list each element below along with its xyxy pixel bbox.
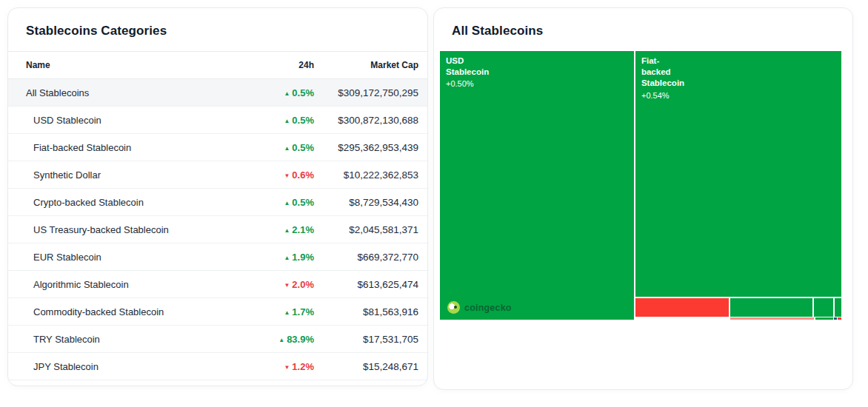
change-24h: ▼2.0% (233, 271, 314, 298)
stablecoins-categories-panel: Stablecoins Categories Name 24h Market C… (7, 7, 428, 386)
market-cap: $295,362,953,439 (314, 134, 427, 161)
table-row[interactable]: Fiat-backed Stablecoin▲0.5%$295,362,953,… (8, 134, 427, 161)
category-name[interactable]: Commodity-backed Stablecoin (8, 298, 233, 326)
treemap-cell-usd-stablecoin[interactable]: USDStablecoin+0.50% (440, 51, 634, 320)
column-header-24h[interactable]: 24h (233, 52, 314, 79)
treemap: coingecko USDStablecoin+0.50%Fiat-backed… (440, 51, 841, 320)
up-arrow-icon: ▲ (278, 337, 284, 343)
up-arrow-icon: ▲ (284, 118, 290, 124)
treemap-cell-algorithmic-stablecoin[interactable] (730, 317, 814, 320)
change-24h: ▲2.1% (233, 216, 314, 243)
category-name[interactable]: Crypto-backed Stablecoin (8, 189, 233, 216)
market-cap: $15,248,671 (314, 353, 427, 380)
category-name[interactable]: Algorithmic Stablecoin (8, 271, 233, 298)
treemap-title: All Stablecoins (434, 8, 852, 51)
coingecko-logo-icon (447, 301, 460, 314)
down-arrow-icon: ▼ (284, 364, 290, 371)
market-cap: $81,563,916 (314, 298, 427, 326)
down-arrow-icon: ▼ (284, 172, 290, 179)
treemap-cell-us-treasury-backed-stablecoin[interactable] (814, 298, 833, 317)
change-24h: ▲0.5% (233, 189, 314, 216)
up-arrow-icon: ▲ (284, 145, 290, 152)
column-header-market-cap[interactable]: Market Cap (314, 52, 427, 79)
up-arrow-icon: ▲ (284, 200, 290, 206)
table-row[interactable]: All Stablecoins▲0.5%$309,172,750,295 (8, 79, 427, 107)
change-24h: ▲0.5% (233, 134, 314, 161)
market-cap: $10,222,362,853 (314, 161, 427, 189)
market-cap: $669,372,770 (314, 243, 427, 271)
change-24h: ▲0.5% (233, 79, 314, 107)
change-24h: ▼0.6% (233, 161, 314, 189)
treemap-cell-synthetic-dollar[interactable] (635, 298, 729, 317)
market-cap: $613,625,474 (314, 271, 427, 298)
category-name[interactable]: TRY Stablecoin (8, 326, 233, 353)
categories-table: Name 24h Market Cap All Stablecoins▲0.5%… (8, 51, 427, 380)
treemap-cell-crypto-backed-stablecoin[interactable] (730, 298, 812, 317)
change-24h: ▲1.7% (233, 298, 314, 326)
category-name[interactable]: EUR Stablecoin (8, 243, 233, 271)
page-title: Stablecoins Categories (8, 8, 427, 51)
table-row[interactable]: Algorithmic Stablecoin▼2.0%$613,625,474 (8, 271, 427, 298)
table-row[interactable]: USD Stablecoin▲0.5%$300,872,130,688 (8, 107, 427, 134)
table-row[interactable]: TRY Stablecoin▲83.9%$17,531,705 (8, 326, 427, 353)
table-row[interactable]: EUR Stablecoin▲1.9%$669,372,770 (8, 243, 427, 271)
change-24h: ▲1.9% (233, 243, 314, 271)
categories-table-body: All Stablecoins▲0.5%$309,172,750,295USD … (8, 79, 427, 380)
table-row[interactable]: Crypto-backed Stablecoin▲0.5%$8,729,534,… (8, 189, 427, 216)
category-name[interactable]: All Stablecoins (8, 79, 233, 107)
market-cap: $309,172,750,295 (314, 79, 427, 107)
treemap-cell-try-stablecoin[interactable] (834, 317, 837, 320)
treemap-cell-label: USDStablecoin+0.50% (446, 56, 489, 90)
category-name[interactable]: USD Stablecoin (8, 107, 233, 134)
change-24h: ▲0.5% (233, 107, 314, 134)
table-row[interactable]: Commodity-backed Stablecoin▲1.7%$81,563,… (8, 298, 427, 326)
change-24h: ▲83.9% (233, 326, 314, 353)
market-cap: $17,531,705 (314, 326, 427, 353)
treemap-cell-change: +0.50% (446, 78, 489, 90)
column-header-name[interactable]: Name (8, 52, 233, 79)
category-name[interactable]: JPY Stablecoin (8, 353, 233, 380)
category-name[interactable]: US Treasury-backed Stablecoin (8, 216, 233, 243)
up-arrow-icon: ▲ (284, 255, 290, 261)
table-header-row: Name 24h Market Cap (8, 52, 427, 79)
category-name[interactable]: Synthetic Dollar (8, 161, 233, 189)
treemap-cell-jpy-stablecoin[interactable] (838, 317, 841, 320)
coingecko-watermark-text: coingecko (464, 303, 512, 313)
treemap-cell-commodity-backed-stablecoin[interactable] (815, 317, 833, 320)
treemap-cell-change: +0.54% (641, 90, 684, 101)
treemap-cell-label: Fiat-backedStablecoin+0.54% (641, 56, 684, 101)
treemap-cell-fiat-backed-stablecoin[interactable]: Fiat-backedStablecoin+0.54% (635, 51, 841, 297)
up-arrow-icon: ▲ (284, 227, 290, 234)
up-arrow-icon: ▲ (284, 90, 290, 97)
coingecko-watermark: coingecko (447, 301, 512, 314)
market-cap: $8,729,534,430 (314, 189, 427, 216)
table-row[interactable]: Synthetic Dollar▼0.6%$10,222,362,853 (8, 161, 427, 189)
change-24h: ▼1.2% (233, 353, 314, 380)
treemap-cell-eur-stablecoin[interactable] (835, 298, 841, 317)
table-row[interactable]: JPY Stablecoin▼1.2%$15,248,671 (8, 353, 427, 380)
down-arrow-icon: ▼ (284, 282, 290, 289)
category-name[interactable]: Fiat-backed Stablecoin (8, 134, 233, 161)
market-cap: $2,045,581,371 (314, 216, 427, 243)
market-cap: $300,872,130,688 (314, 107, 427, 134)
all-stablecoins-panel: All Stablecoins coingecko USDStablecoin+… (433, 7, 853, 390)
table-row[interactable]: US Treasury-backed Stablecoin▲2.1%$2,045… (8, 216, 427, 243)
up-arrow-icon: ▲ (284, 309, 290, 316)
